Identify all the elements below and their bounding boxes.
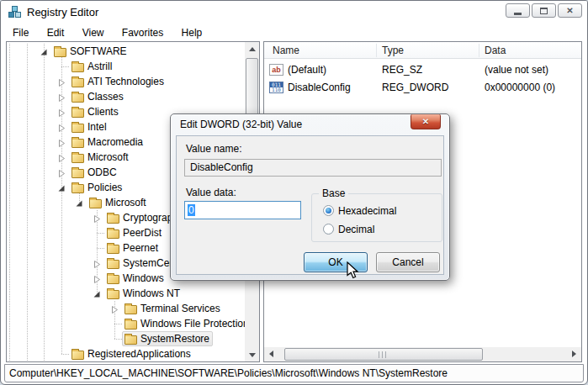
decimal-radio-label[interactable]: Decimal	[338, 224, 374, 235]
hexadecimal-radio-label[interactable]: Hexadecimal	[338, 205, 396, 217]
tree-item-chip[interactable]: Peernet	[104, 240, 162, 256]
folder-icon	[124, 320, 137, 330]
tree-item-selected[interactable]: SystemRestore	[122, 331, 213, 346]
tree-item-chip[interactable]: PeerDist	[104, 225, 165, 240]
tree-item[interactable]: Classes	[7, 89, 245, 104]
column-separator[interactable]	[479, 44, 479, 57]
tree-item-chip[interactable]: SOFTWARE	[51, 44, 130, 59]
value-row[interactable]: 011110DisableConfigREG_DWORD0x00000000 (…	[264, 79, 581, 96]
scroll-down-button[interactable]	[245, 348, 259, 361]
expander-expanded-icon[interactable]	[93, 289, 101, 297]
decimal-radio[interactable]	[323, 224, 334, 235]
tree-item[interactable]: Windows File Protection	[7, 316, 245, 331]
menu-file[interactable]: File	[5, 24, 36, 41]
tree-item-chip[interactable]: Terminal Services	[122, 301, 224, 316]
tree-item-chip[interactable]: Intel	[69, 119, 110, 134]
tree-item[interactable]: ATI Technologies	[7, 74, 245, 89]
column-header-data[interactable]: Data	[485, 45, 506, 56]
scrollbar-thumb[interactable]	[284, 348, 483, 361]
tree-item[interactable]: Terminal Services	[7, 301, 245, 316]
expander-collapsed-icon[interactable]	[58, 138, 66, 145]
tree-item[interactable]: SOFTWARE	[7, 44, 245, 59]
cancel-button[interactable]: Cancel	[376, 252, 440, 272]
tree-item-chip[interactable]: Astrill	[69, 59, 115, 74]
hexadecimal-radio[interactable]	[323, 205, 334, 216]
expander-expanded-icon[interactable]	[58, 183, 66, 191]
expander-collapsed-icon[interactable]	[58, 123, 66, 130]
value-data-input[interactable]: 0	[184, 201, 301, 219]
folder-icon	[72, 184, 84, 193]
value-row[interactable]: ab(Default)REG_SZ(value not set)	[264, 61, 581, 78]
tree-item-label: Peernet	[123, 242, 158, 254]
expander-expanded-icon[interactable]	[76, 198, 83, 206]
menu-help[interactable]: Help	[174, 24, 210, 41]
tree-item-label: SystemCer	[123, 257, 172, 269]
selected-text: 0	[188, 204, 195, 216]
tree-item-chip[interactable]: RegisteredApplications	[69, 346, 194, 361]
tree-item-chip[interactable]: ODBC	[69, 165, 120, 180]
tree-item[interactable]: Windows NT	[7, 286, 245, 301]
expander-collapsed-icon[interactable]	[58, 108, 66, 115]
menu-favorites[interactable]: Favorites	[114, 24, 171, 41]
folder-icon	[72, 169, 84, 178]
value-data-label: Value data:	[186, 187, 236, 198]
expander-collapsed-icon[interactable]	[93, 214, 101, 221]
tree-item-chip[interactable]: Windows NT	[104, 286, 183, 301]
folder-icon	[107, 275, 119, 284]
base-groupbox: Base Hexadecimal Decimal	[311, 193, 442, 242]
string-value-icon: ab	[269, 64, 283, 76]
folder-icon	[107, 229, 119, 239]
tree-item-label: SystemRestore	[140, 333, 209, 345]
tree-item-label: PeerDist	[123, 227, 162, 239]
arrow-right-icon	[572, 351, 576, 357]
tree-item-label: ATI Technologies	[87, 76, 164, 87]
expander-collapsed-icon[interactable]	[93, 274, 101, 282]
tree-item-chip[interactable]: Classes	[69, 89, 127, 104]
tree-item-label: Macromedia	[87, 136, 143, 148]
tree-item-chip[interactable]: ATI Technologies	[69, 74, 167, 89]
tree-item-label: Terminal Services	[140, 303, 220, 314]
tree-item-chip[interactable]: Windows	[104, 271, 167, 286]
tree-item-chip[interactable]: Macromedia	[69, 134, 146, 150]
column-header-name[interactable]: Name	[273, 45, 299, 56]
tree-item[interactable]: Astrill	[7, 59, 245, 74]
folder-icon	[107, 245, 119, 254]
tree-item-label: ODBC	[87, 166, 117, 178]
tree-item-label: Cryptograp	[123, 212, 172, 224]
tree-item-chip[interactable]: Windows File Protection	[122, 316, 245, 331]
tree-item[interactable]: RegisteredApplications	[7, 346, 245, 361]
column-header-type[interactable]: Type	[382, 45, 404, 56]
expander-collapsed-icon[interactable]	[58, 168, 66, 176]
expander-collapsed-icon[interactable]	[111, 304, 119, 312]
expander-collapsed-icon[interactable]	[58, 77, 66, 85]
scroll-up-button[interactable]	[245, 42, 259, 55]
menu-edit[interactable]: Edit	[40, 24, 72, 41]
tree-item-chip[interactable]: Microsoft	[87, 195, 150, 210]
menu-view[interactable]: View	[75, 24, 112, 41]
column-separator[interactable]	[376, 44, 377, 57]
expander-collapsed-icon[interactable]	[58, 153, 66, 161]
tree-item-chip[interactable]: Clients	[69, 104, 122, 119]
tree-item-chip[interactable]: Cryptograp	[104, 210, 176, 225]
close-button[interactable]: ✕	[558, 3, 582, 18]
maximize-button[interactable]	[532, 3, 556, 18]
minimize-button[interactable]	[506, 3, 530, 18]
scroll-left-button[interactable]	[264, 347, 278, 361]
tree-item-label: Windows NT	[123, 287, 180, 299]
tree-item[interactable]: SystemRestore	[7, 331, 245, 346]
ok-button[interactable]: OK	[304, 252, 368, 272]
tree-item-chip[interactable]: SystemCer	[104, 256, 176, 271]
tree-item-chip[interactable]: Microsoft	[69, 150, 132, 165]
tree-item-chip[interactable]: Policies	[69, 180, 125, 195]
folder-icon	[72, 108, 84, 118]
arrow-left-icon	[269, 351, 273, 357]
scroll-right-button[interactable]	[567, 347, 581, 361]
expander-collapsed-icon[interactable]	[93, 259, 101, 266]
expander-expanded-icon[interactable]	[40, 47, 48, 55]
expander-collapsed-icon[interactable]	[58, 92, 66, 100]
list-horizontal-scrollbar[interactable]	[264, 347, 581, 361]
value-name-field[interactable]: DisableConfig	[184, 159, 442, 177]
dialog-close-button[interactable]: ✕	[411, 114, 441, 129]
tree-item-label: Microsoft	[87, 151, 129, 163]
base-label: Base	[319, 187, 348, 199]
